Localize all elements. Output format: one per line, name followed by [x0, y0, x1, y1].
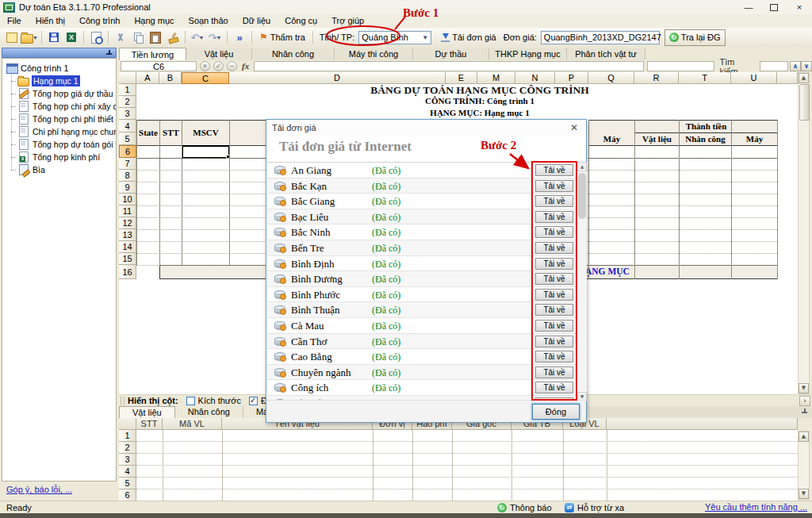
- tab-phan-tich-vat-tu[interactable]: Phân tích vật tư: [567, 48, 645, 60]
- sidebar-item-tong-hop-du-toan-goi-thau[interactable]: Tổng hợp dự toán gói thầu: [2, 138, 116, 151]
- new-button[interactable]: [4, 30, 20, 45]
- resource-row-header-5[interactable]: 5: [119, 478, 136, 489]
- dialog-scrollbar[interactable]: ▲ ▼: [576, 162, 587, 401]
- scroll-down-icon[interactable]: ▼: [799, 383, 809, 393]
- print-preview-button[interactable]: [88, 30, 104, 45]
- sidebar-item-tong-hop-chi-phi-xay-dung[interactable]: Tổng hợp chi phí xây dựng: [2, 100, 116, 113]
- column-header-b[interactable]: B: [159, 72, 182, 84]
- search-input[interactable]: [760, 61, 788, 71]
- tab-tien-luong[interactable]: Tiền lương: [119, 48, 186, 60]
- row-header-15[interactable]: 15: [119, 253, 136, 265]
- cell-reference-box[interactable]: C6: [121, 61, 197, 71]
- sidebar-item-tong-hop-kinh-phi[interactable]: Tổng hợp kinh phí: [2, 151, 116, 163]
- tab-nhan-cong[interactable]: Nhân công: [252, 48, 335, 60]
- cancel-entry-icon[interactable]: ×: [200, 61, 210, 71]
- menu-item-cong-cu[interactable]: Công cụ: [278, 14, 324, 28]
- row-header-1[interactable]: 1: [119, 84, 136, 96]
- menu-item-soan-thao[interactable]: Soạn thảo: [182, 14, 236, 28]
- feature-request-link[interactable]: Yêu cầu thêm tính năng ...: [705, 502, 807, 512]
- search-scope-input[interactable]: [647, 61, 714, 71]
- bottom-tab-nhan-cong[interactable]: Nhân công: [175, 406, 243, 418]
- undo-button[interactable]: ↶▼: [190, 30, 205, 45]
- scroll-thumb[interactable]: [578, 173, 586, 219]
- column-header-n[interactable]: N: [515, 72, 555, 84]
- verify-button[interactable]: ⚑ Thẩm tra: [256, 30, 308, 45]
- download-button-bac-ninh[interactable]: Tải về: [535, 226, 573, 238]
- download-button-binh-phuoc[interactable]: Tải về: [535, 289, 573, 301]
- close-dialog-button[interactable]: Đóng: [532, 404, 580, 420]
- cell-u6[interactable]: [731, 145, 778, 159]
- download-button-an-giang[interactable]: Tải về: [535, 164, 573, 176]
- cell-a6[interactable]: [136, 145, 160, 159]
- column-header-m[interactable]: M: [477, 72, 515, 84]
- resource-row-header-6[interactable]: 6: [119, 489, 136, 501]
- download-button-chuyen-nganh[interactable]: Tải về: [535, 366, 573, 378]
- cell-b6[interactable]: [159, 145, 182, 159]
- tab-thkp-hang-muc[interactable]: THKP Hạng mục: [489, 48, 567, 60]
- column-header-t[interactable]: T: [679, 72, 731, 84]
- download-button-binh-thuan[interactable]: Tải về: [535, 304, 573, 316]
- row-header-4[interactable]: 4: [119, 120, 136, 132]
- pin-icon[interactable]: [105, 50, 113, 57]
- download-button-binh-duong[interactable]: Tải về: [535, 273, 573, 285]
- row-header-6[interactable]: 6: [119, 145, 136, 158]
- scroll-up-icon[interactable]: ▲: [799, 432, 809, 442]
- resource-row-header-1[interactable]: 1: [119, 430, 136, 442]
- row-header-14[interactable]: 14: [119, 241, 136, 253]
- unitprice-select[interactable]: QuangBinh_2013XD_DG2147 ▼: [541, 31, 660, 44]
- scroll-up-icon[interactable]: ▲: [799, 73, 809, 83]
- sidebar-item-hang-muc-1[interactable]: Hạng mục 1: [2, 75, 116, 87]
- row-header-7[interactable]: 7: [119, 158, 136, 170]
- menu-item-tro-giup[interactable]: Trợ giúp: [324, 14, 371, 28]
- tab-may-thi-cong[interactable]: Máy thi công: [335, 48, 413, 60]
- row-header-11[interactable]: 11: [119, 205, 136, 217]
- row-header-10[interactable]: 10: [119, 194, 136, 205]
- select-all-corner[interactable]: [119, 72, 136, 84]
- cell-q6[interactable]: [588, 145, 635, 159]
- download-button-cao-bang[interactable]: Tải về: [535, 351, 573, 363]
- row-header-3[interactable]: 3: [119, 108, 136, 120]
- scroll-down-icon[interactable]: ▼: [799, 489, 809, 499]
- resource-table-scrollbar[interactable]: ▲ ▼: [798, 431, 810, 500]
- sheet-vertical-scrollbar[interactable]: ▲ ▼: [798, 72, 810, 394]
- cut-button[interactable]: [113, 30, 128, 45]
- column-header-r[interactable]: R: [634, 72, 679, 84]
- download-button-ca-mau[interactable]: Tải về: [535, 320, 573, 332]
- cell-r6[interactable]: [634, 145, 680, 159]
- resource-column-stt[interactable]: STT: [136, 418, 163, 430]
- row-header-8[interactable]: 8: [119, 170, 136, 182]
- row-header-2[interactable]: 2: [119, 96, 136, 108]
- checkbox-don-gia[interactable]: [249, 397, 258, 405]
- hscroll-right-icon[interactable]: ›: [799, 396, 810, 406]
- save-button[interactable]: [46, 30, 62, 45]
- confirm-entry-icon[interactable]: ✓: [213, 61, 224, 71]
- column-header-d[interactable]: D: [229, 72, 446, 84]
- row-header-16[interactable]: 16: [119, 265, 136, 279]
- menu-item-hien-thi[interactable]: Hiển thị: [29, 14, 72, 28]
- column-header-c[interactable]: C: [182, 72, 229, 84]
- run-button[interactable]: »: [232, 30, 247, 45]
- pin-icon[interactable]: [801, 409, 808, 416]
- column-header-e[interactable]: E: [446, 72, 477, 84]
- resource-row-header-3[interactable]: 3: [119, 454, 136, 466]
- menu-item-du-lieu[interactable]: Dữ liệu: [236, 14, 278, 28]
- menu-item-file[interactable]: File: [0, 14, 29, 28]
- remote-support-button[interactable]: Hỗ trợ từ xa: [565, 502, 624, 513]
- sidebar-item-tong-hop-gia-du-thau[interactable]: Tổng hợp giá dự thầu: [2, 87, 116, 100]
- fx-icon[interactable]: fx: [242, 61, 249, 71]
- column-header-u[interactable]: U: [731, 72, 777, 84]
- scroll-thumb[interactable]: [799, 84, 810, 121]
- column-header-q[interactable]: Q: [588, 72, 634, 84]
- paste-button[interactable]: [147, 30, 163, 45]
- menu-item-hang-muc[interactable]: Hạng mục: [127, 14, 181, 28]
- feedback-link[interactable]: Góp ý, báo lỗi, ...: [6, 485, 72, 494]
- column-header-p[interactable]: P: [555, 72, 588, 84]
- dialog-title-bar[interactable]: Tải đơn giá ✕: [266, 120, 586, 136]
- download-button-bac-giang[interactable]: Tải về: [535, 195, 573, 207]
- resource-table[interactable]: STTMã VLTên vật liệuĐơn vịHao phíGiá gốc…: [119, 418, 798, 501]
- close-icon[interactable]: ×: [787, 0, 812, 14]
- clean-button[interactable]: [165, 30, 181, 45]
- open-button[interactable]: ▼: [21, 30, 37, 45]
- sidebar-item-tong-hop-chi-phi-thiet-bi[interactable]: Tổng hợp chi phí thiết bị: [2, 113, 116, 125]
- row-header-13[interactable]: 13: [119, 229, 136, 241]
